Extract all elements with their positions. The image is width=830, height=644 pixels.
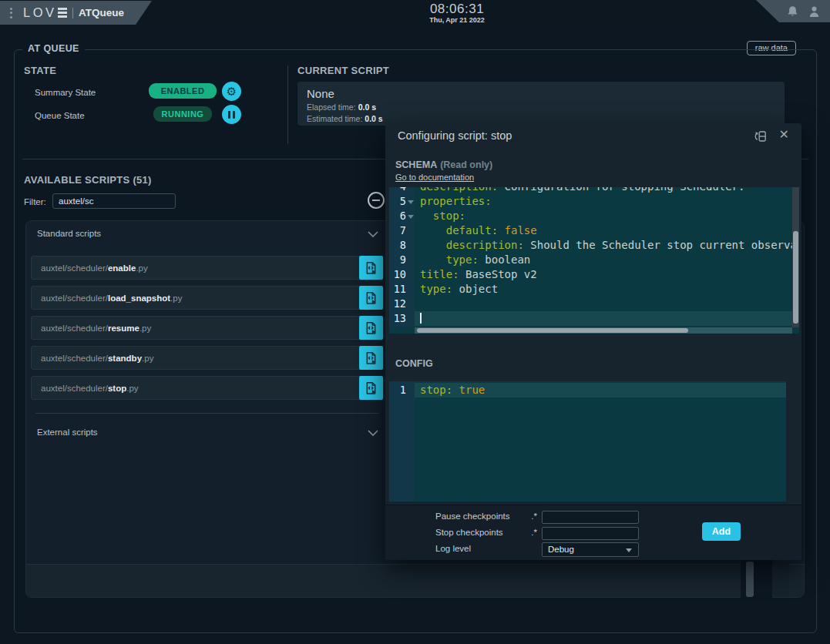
code-line: 7 default: false — [389, 223, 792, 238]
log-level-label: Log level — [435, 544, 471, 553]
collapse-all-icon[interactable] — [368, 192, 385, 209]
schema-horizontal-scrollbar[interactable] — [415, 327, 792, 334]
code-text: title: BaseStop v2 — [415, 267, 792, 282]
code-line: 4description: Configuration for stopping… — [389, 187, 792, 194]
code-text: stop: true — [415, 383, 786, 397]
script-row[interactable]: auxtel/scheduler/resume.py — [31, 316, 383, 340]
available-scripts-title: AVAILABLE SCRIPTS (51) — [24, 174, 152, 186]
schema-hscroll-thumb[interactable] — [417, 328, 688, 333]
code-text: type: object — [415, 282, 792, 297]
script-name: resume — [108, 324, 139, 333]
stop-checkpoints-label: Stop checkpoints — [435, 528, 503, 537]
code-text: stop: — [415, 209, 792, 223]
external-scripts-header[interactable]: External scripts — [31, 426, 383, 441]
script-name: stop — [108, 384, 126, 393]
panel-title: AT QUEUE — [22, 43, 85, 54]
code-text: description: Configuration for stopping … — [415, 187, 792, 194]
code-line: 1stop: true — [389, 383, 786, 397]
close-icon[interactable]: ✕ — [779, 127, 789, 142]
background-scrollbar-thumb — [746, 562, 754, 597]
config-title: CONFIG — [395, 358, 433, 369]
schema-vscroll-thumb[interactable] — [793, 231, 798, 324]
line-number: 12 — [389, 297, 415, 311]
schema-editor[interactable]: 4description: Configuration for stopping… — [389, 187, 799, 334]
line-number: 6 — [389, 209, 415, 223]
config-editor[interactable]: 1stop: true — [389, 381, 786, 501]
launch-script-button[interactable] — [359, 346, 383, 370]
launch-script-button[interactable] — [359, 256, 383, 280]
state-divider — [287, 65, 288, 144]
top-bar-right-panel — [745, 0, 830, 22]
launch-script-icon — [364, 381, 378, 396]
pause-checkpoints-input[interactable] — [542, 511, 639, 524]
code-text — [415, 311, 792, 326]
scripts-container-footer — [26, 564, 804, 597]
add-button[interactable]: Add — [702, 522, 741, 541]
launch-script-button[interactable] — [359, 376, 383, 400]
elapsed-time-label: Elapsed time: — [307, 102, 356, 112]
script-row[interactable]: auxtel/scheduler/stop.py — [31, 376, 383, 400]
filter-label: Filter: — [24, 197, 46, 206]
estimated-time-value: 0.0 s — [365, 114, 382, 123]
code-line: 8 description: Should the Scheduler stop… — [389, 238, 792, 253]
script-extension: .py — [142, 354, 153, 363]
stop-checkpoints-input[interactable] — [542, 527, 639, 540]
clock: 08:06:31 Thu, Apr 21 2022 — [388, 2, 526, 24]
script-extension: .py — [170, 293, 182, 303]
bell-icon[interactable] — [787, 5, 798, 18]
menu-icon[interactable] — [10, 8, 12, 18]
current-script-card: None Elapsed time:0.0 s Estimated time:0… — [297, 82, 785, 126]
scrollbar-corner — [792, 327, 799, 334]
script-extension: .py — [126, 384, 138, 393]
config-editor-gutter — [389, 381, 415, 501]
line-number: 1 — [389, 383, 415, 397]
queue-state-label: Queue State — [35, 111, 85, 120]
line-number: 10 — [389, 267, 415, 282]
user-icon[interactable] — [808, 5, 820, 18]
script-name: standby — [108, 354, 142, 363]
script-row[interactable]: auxtel/scheduler/enable.py — [31, 256, 383, 280]
filter-input[interactable] — [52, 193, 176, 209]
line-number: 9 — [389, 253, 415, 267]
modal-title: Configuring script: stop — [398, 129, 512, 142]
pause-checkpoints-label: Pause checkpoints — [435, 512, 510, 521]
script-extension: .py — [136, 263, 147, 273]
summary-state-config-button[interactable]: ⚙ — [222, 82, 241, 101]
schema-vertical-scrollbar[interactable] — [792, 187, 799, 327]
code-line: 6 stop: — [389, 209, 792, 223]
code-text: type: boolean — [415, 253, 792, 267]
code-text: description: Should the Scheduler stop c… — [415, 238, 792, 253]
launch-script-button[interactable] — [359, 316, 383, 340]
code-line: 11type: object — [389, 282, 792, 297]
script-path-prefix: auxtel/scheduler/ — [41, 324, 108, 333]
pause-checkpoints-hint: .* — [531, 512, 537, 521]
love-logo-e-icon — [58, 8, 67, 17]
view-title: ATQueue — [79, 7, 124, 18]
standard-scripts-header[interactable]: Standard scripts — [31, 227, 383, 243]
toggle-view-icon[interactable] — [754, 129, 768, 143]
log-level-select[interactable]: Debug — [542, 542, 639, 557]
estimated-time-label: Estimated time: — [307, 114, 362, 123]
script-path-prefix: auxtel/scheduler/ — [41, 384, 108, 393]
stop-checkpoints-hint: .* — [531, 528, 537, 537]
current-script-title: CURRENT SCRIPT — [297, 65, 389, 76]
chevron-down-icon — [368, 430, 378, 437]
code-text: default: false — [415, 223, 792, 238]
script-name: load_snapshot — [108, 293, 170, 303]
code-text — [415, 297, 792, 311]
script-row[interactable]: auxtel/scheduler/load_snapshot.py — [31, 286, 383, 310]
script-row[interactable]: auxtel/scheduler/standby.py — [31, 346, 383, 370]
documentation-link[interactable]: Go to documentation — [395, 173, 474, 182]
current-script-name: None — [307, 87, 775, 100]
configure-script-modal: Configuring script: stop ✕ SCHEMA(Read o… — [385, 123, 801, 560]
launch-script-button[interactable] — [359, 286, 383, 310]
line-number: 7 — [389, 223, 415, 238]
schema-title: SCHEMA — [395, 159, 437, 170]
script-path-prefix: auxtel/scheduler/ — [41, 263, 108, 273]
launch-script-icon — [364, 290, 378, 306]
code-line: 5properties: — [389, 194, 792, 209]
code-line: 9 type: boolean — [389, 253, 792, 267]
external-scripts-label: External scripts — [37, 428, 98, 437]
scripts-group-divider — [35, 413, 379, 414]
queue-pause-button[interactable] — [222, 105, 241, 124]
